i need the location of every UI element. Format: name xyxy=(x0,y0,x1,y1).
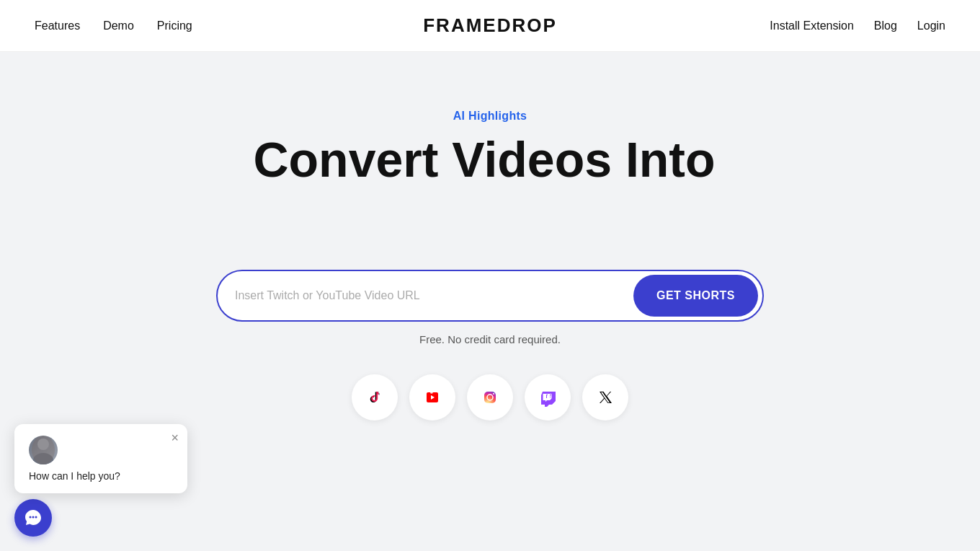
platform-twitch[interactable] xyxy=(525,374,571,420)
chat-widget: × How can I help you? xyxy=(14,424,187,537)
chat-close-button[interactable]: × xyxy=(171,431,179,444)
chat-bubble-header: × xyxy=(29,436,173,464)
nav-features[interactable]: Features xyxy=(35,19,80,32)
nav-install-extension[interactable]: Install Extension xyxy=(770,19,854,32)
nav-right: Install Extension Blog Login xyxy=(770,19,945,32)
url-form: GET SHORTS xyxy=(216,270,764,322)
free-text: Free. No credit card required. xyxy=(419,333,561,345)
navbar: Features Demo Pricing FRAMEDROP Install … xyxy=(0,0,980,52)
svg-point-17 xyxy=(35,516,37,519)
nav-demo[interactable]: Demo xyxy=(103,19,134,32)
hero-title: Convert Videos Into Clips Anything xyxy=(253,134,726,235)
platform-instagram[interactable] xyxy=(467,374,513,420)
platform-youtube-shorts[interactable] xyxy=(409,374,455,420)
nav-pricing[interactable]: Pricing xyxy=(157,19,192,32)
hero-badge: AI Highlights xyxy=(453,110,527,123)
site-logo[interactable]: FRAMEDROP xyxy=(423,14,557,37)
url-input[interactable] xyxy=(235,289,633,302)
platform-x-twitter[interactable] xyxy=(582,374,628,420)
chat-avatar xyxy=(29,436,58,464)
nav-left: Features Demo Pricing xyxy=(35,19,192,32)
chat-message: How can I help you? xyxy=(29,470,173,482)
svg-point-5 xyxy=(493,393,494,394)
svg-rect-14 xyxy=(32,436,55,464)
svg-point-0 xyxy=(363,386,386,409)
chat-trigger-button[interactable] xyxy=(14,499,52,537)
chat-bubble: × How can I help you? xyxy=(14,424,187,493)
get-shorts-button[interactable]: GET SHORTS xyxy=(633,275,758,317)
nav-blog[interactable]: Blog xyxy=(874,19,897,32)
nav-login[interactable]: Login xyxy=(917,19,945,32)
svg-rect-9 xyxy=(551,395,552,399)
svg-rect-10 xyxy=(547,395,548,399)
svg-point-15 xyxy=(30,516,32,519)
platform-tiktok[interactable] xyxy=(352,374,398,420)
hero-title-static: Convert Videos Into xyxy=(253,134,715,185)
platforms-row xyxy=(352,374,628,420)
svg-point-11 xyxy=(594,386,617,409)
svg-point-16 xyxy=(32,516,35,519)
